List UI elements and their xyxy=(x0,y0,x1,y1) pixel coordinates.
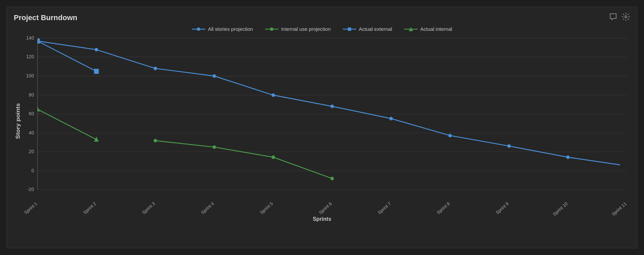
svg-point-42 xyxy=(154,67,157,70)
legend-actual-internal: Actual internal xyxy=(404,26,452,32)
svg-text:20: 20 xyxy=(29,149,34,154)
widget-title: Project Burndown xyxy=(14,13,77,22)
svg-text:Sprint 3: Sprint 3 xyxy=(141,201,156,215)
svg-point-48 xyxy=(507,144,511,148)
legend-internal-use-label: Internal use projection xyxy=(281,26,331,32)
svg-point-46 xyxy=(389,117,393,121)
svg-point-53 xyxy=(272,155,275,159)
legend-all-stories: All stories projection xyxy=(192,26,253,32)
svg-text:Sprint 1: Sprint 1 xyxy=(23,201,38,215)
svg-text:100: 100 xyxy=(26,73,34,79)
x-axis-label: Sprints xyxy=(14,216,630,222)
svg-point-51 xyxy=(154,139,157,142)
legend-actual-internal-label: Actual internal xyxy=(420,26,452,32)
svg-text:0: 0 xyxy=(32,168,34,174)
svg-text:140: 140 xyxy=(26,35,34,41)
svg-point-45 xyxy=(330,105,334,108)
svg-point-49 xyxy=(566,155,570,159)
svg-text:60: 60 xyxy=(29,111,34,117)
legend-internal-use: Internal use projection xyxy=(265,26,331,32)
svg-text:Sprint 9: Sprint 9 xyxy=(495,201,509,215)
project-burndown-widget: Project Burndown All stories projection xyxy=(7,7,637,248)
legend-all-stories-label: All stories projection xyxy=(208,26,253,32)
svg-marker-59 xyxy=(35,106,40,111)
svg-point-50 xyxy=(625,164,629,168)
legend-actual-external-label: Actual external xyxy=(359,26,392,32)
svg-text:Sprint 10: Sprint 10 xyxy=(552,201,569,217)
svg-rect-6 xyxy=(348,27,351,31)
chart-legend: All stories projection Internal use proj… xyxy=(14,26,630,32)
svg-point-47 xyxy=(448,134,452,137)
svg-point-54 xyxy=(330,177,334,180)
svg-text:Sprint 7: Sprint 7 xyxy=(377,201,392,215)
svg-text:Sprint 8: Sprint 8 xyxy=(436,201,451,215)
svg-text:Sprint 11: Sprint 11 xyxy=(611,201,628,217)
svg-text:Sprint 6: Sprint 6 xyxy=(318,201,333,215)
svg-point-41 xyxy=(95,48,98,52)
svg-text:-20: -20 xyxy=(27,187,34,192)
chat-icon[interactable] xyxy=(609,12,618,23)
widget-header: Project Burndown xyxy=(14,12,630,23)
svg-text:Sprint 5: Sprint 5 xyxy=(259,201,274,215)
y-axis-label: Story points xyxy=(15,103,21,139)
svg-point-44 xyxy=(272,93,275,97)
legend-actual-external: Actual external xyxy=(343,26,392,32)
svg-text:40: 40 xyxy=(29,130,34,136)
svg-text:120: 120 xyxy=(26,54,34,60)
svg-point-4 xyxy=(270,27,273,31)
svg-point-52 xyxy=(213,145,216,149)
svg-text:Sprint 4: Sprint 4 xyxy=(200,201,215,215)
svg-text:Sprint 2: Sprint 2 xyxy=(82,201,97,215)
svg-text:80: 80 xyxy=(29,92,34,98)
chart-area: Story points 140 120 100 80 60 40 xyxy=(14,35,630,222)
svg-point-43 xyxy=(213,74,216,78)
widget-icons xyxy=(609,12,630,23)
svg-rect-9 xyxy=(38,38,620,193)
chart-svg: Story points 140 120 100 80 60 40 xyxy=(14,35,630,222)
svg-rect-57 xyxy=(94,69,99,74)
svg-point-2 xyxy=(197,27,200,31)
svg-point-0 xyxy=(625,16,627,18)
svg-rect-56 xyxy=(35,39,40,44)
settings-icon[interactable] xyxy=(622,12,630,23)
